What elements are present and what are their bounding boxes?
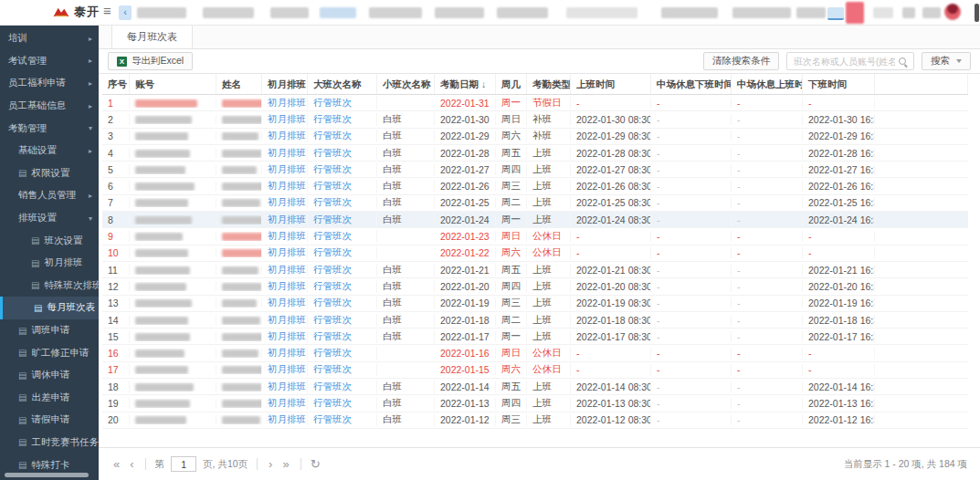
- table-row[interactable]: 2初月排班行管班次白班2022-01-30周日补班2022-01-30 08:3…: [102, 111, 968, 128]
- column-header-周几[interactable]: 周几: [496, 74, 527, 94]
- table-row[interactable]: 12初月排班行管班次白班2022-01-20周四上班2022-01-20 08:…: [102, 278, 968, 295]
- column-header-中场休息上班时间[interactable]: 中场休息上班时间: [732, 74, 803, 94]
- monthly-schedule-link[interactable]: 初月排班: [262, 314, 308, 327]
- monthly-schedule-link[interactable]: 初月排班: [262, 163, 308, 176]
- redacted-top-tab[interactable]: [796, 7, 826, 18]
- redacted-top-tab[interactable]: [661, 7, 718, 18]
- last-page-button[interactable]: »: [280, 458, 290, 470]
- redacted-top-tab[interactable]: [320, 7, 356, 18]
- table-row[interactable]: 10初月排班行管班次2022-01-22周六公休日----: [102, 245, 968, 262]
- redacted-top-tab[interactable]: [497, 7, 548, 18]
- table-row[interactable]: 17初月排班行管班次2022-01-15周六公休日----: [102, 362, 968, 379]
- monthly-schedule-link[interactable]: 初月排班: [262, 347, 308, 360]
- table-row[interactable]: 7初月排班行管班次白班2022-01-25周二上班2022-01-25 08:3…: [102, 195, 968, 212]
- monthly-schedule-link[interactable]: 初月排班: [262, 97, 308, 110]
- shift-name-link[interactable]: 行管班次: [308, 163, 377, 176]
- redacted-top-tab[interactable]: [270, 7, 309, 18]
- monthly-schedule-link[interactable]: 初月排班: [262, 397, 308, 410]
- monthly-schedule-link[interactable]: 初月排班: [262, 297, 308, 309]
- monthly-schedule-link[interactable]: 初月排班: [262, 214, 308, 226]
- shift-name-link[interactable]: 行管班次: [308, 280, 377, 293]
- tab-scroll-left-button[interactable]: ‹: [119, 5, 132, 20]
- sidebar-item-每月班次表[interactable]: ▤每月班次表: [0, 297, 99, 319]
- column-header-考勤日期[interactable]: 考勤日期↓: [435, 74, 496, 94]
- table-row[interactable]: 9初月排班行管班次2022-01-23周日公休日----: [102, 228, 968, 245]
- refresh-icon[interactable]: ↻: [311, 457, 321, 471]
- monthly-schedule-link[interactable]: 初月排班: [262, 147, 308, 160]
- shift-name-link[interactable]: 行管班次: [308, 264, 377, 277]
- shift-name-link[interactable]: 行管班次: [308, 113, 377, 126]
- shift-name-link[interactable]: 行管班次: [308, 330, 377, 343]
- sidebar-item-工时竞赛书任务申请[interactable]: ▤工时竞赛书任务申请: [0, 432, 99, 454]
- table-row[interactable]: 15初月排班行管班次白班2022-01-17周一上班2022-01-17 08:…: [102, 329, 968, 345]
- sidebar-item-考试管理[interactable]: 考试管理▸: [0, 50, 99, 73]
- table-row[interactable]: 6初月排班行管班次白班2022-01-26周三上班2022-01-26 08:3…: [102, 178, 968, 194]
- shift-name-link[interactable]: 行管班次: [308, 347, 377, 360]
- sidebar-item-调班申请[interactable]: ▤调班申请: [0, 319, 99, 342]
- column-header-上班时间[interactable]: 上班时间: [571, 74, 651, 94]
- menu-toggle-icon[interactable]: ≡: [103, 3, 111, 18]
- search-icon[interactable]: [899, 57, 908, 67]
- next-page-button[interactable]: ›: [267, 458, 274, 470]
- export-excel-button[interactable]: 导出到Excel: [108, 52, 193, 70]
- sidebar-item-基础设置[interactable]: 基础设置▸: [0, 140, 99, 162]
- redacted-top-tab[interactable]: [566, 7, 638, 18]
- table-row[interactable]: 1初月排班行管班次2022-01-31周一节假日----: [102, 95, 968, 111]
- tab-monthly-shift-table[interactable]: 每月班次表: [111, 26, 193, 48]
- shift-name-link[interactable]: 行管班次: [308, 230, 377, 243]
- monthly-schedule-link[interactable]: 初月排班: [262, 196, 308, 209]
- sidebar-item-排班设置[interactable]: 排班设置▾: [0, 207, 99, 230]
- monthly-schedule-link[interactable]: 初月排班: [262, 246, 308, 259]
- monthly-schedule-link[interactable]: 初月排班: [262, 113, 308, 126]
- column-header-中场休息下班时间[interactable]: 中场休息下班时间: [651, 74, 732, 94]
- sidebar-item-旷工修正申请[interactable]: ▤旷工修正申请: [0, 341, 99, 364]
- redacted-top-tab[interactable]: [137, 7, 186, 18]
- redacted-top-tab[interactable]: [203, 7, 254, 18]
- table-row[interactable]: 14初月排班行管班次白班2022-01-18周二上班2022-01-18 08:…: [102, 312, 968, 329]
- sidebar-item-初月排班[interactable]: ▤初月排班: [0, 252, 99, 275]
- column-header-下班时间[interactable]: 下班时间: [803, 74, 875, 94]
- shift-name-link[interactable]: 行管班次: [308, 413, 377, 426]
- sidebar-item-销售人员管理[interactable]: 销售人员管理▸: [0, 184, 99, 207]
- monthly-schedule-link[interactable]: 初月排班: [262, 230, 308, 243]
- column-header-小班次名称[interactable]: 小班次名称: [377, 74, 435, 94]
- sidebar-item-调休申请[interactable]: ▤调休申请: [0, 364, 99, 387]
- monthly-schedule-link[interactable]: 初月排班: [262, 363, 308, 376]
- shift-name-link[interactable]: 行管班次: [308, 381, 377, 393]
- shift-name-link[interactable]: 行管班次: [308, 214, 377, 226]
- table-row[interactable]: 11初月排班行管班次白班2022-01-21周五上班2022-01-21 08:…: [102, 262, 968, 278]
- sidebar-item-权限设置[interactable]: ▤权限设置: [0, 162, 99, 185]
- table-row[interactable]: 8初月排班行管班次白班2022-01-24周一上班2022-01-24 08:3…: [102, 212, 968, 228]
- redacted-top-tab[interactable]: [902, 7, 915, 18]
- table-row[interactable]: 19初月排班行管班次白班2022-01-13周四上班2022-01-13 08:…: [102, 395, 968, 412]
- sidebar-item-员工基础信息[interactable]: 员工基础信息▸: [0, 95, 99, 118]
- shift-name-link[interactable]: 行管班次: [308, 246, 377, 259]
- redacted-top-tab[interactable]: [846, 2, 864, 24]
- column-header-账号[interactable]: 账号: [130, 74, 216, 94]
- sidebar-item-请假申请[interactable]: ▤请假申请: [0, 409, 99, 432]
- table-row[interactable]: 13初月排班行管班次白班2022-01-19周三上班2022-01-19 08:…: [102, 296, 968, 312]
- table-row[interactable]: 3初月排班行管班次白班2022-01-29周六补班2022-01-29 08:3…: [102, 129, 968, 145]
- redacted-top-tab[interactable]: [732, 7, 791, 18]
- sidebar-item-培训[interactable]: 培训▸: [0, 27, 99, 50]
- shift-name-link[interactable]: 行管班次: [308, 180, 377, 193]
- table-row[interactable]: 18初月排班行管班次白班2022-01-14周五上班2022-01-14 08:…: [102, 379, 968, 395]
- redacted-top-tab[interactable]: [975, 4, 979, 22]
- sidebar-item-员工福利申请[interactable]: 员工福利申请▸: [0, 72, 99, 95]
- monthly-schedule-link[interactable]: 初月排班: [262, 381, 308, 393]
- monthly-schedule-link[interactable]: 初月排班: [262, 413, 308, 426]
- clear-search-button[interactable]: 清除搜索条件: [703, 52, 779, 70]
- sidebar-item-特殊班次排班[interactable]: ▤特殊班次排班: [0, 275, 99, 297]
- monthly-schedule-link[interactable]: 初月排班: [262, 280, 308, 293]
- redacted-top-tab[interactable]: [873, 7, 893, 18]
- shift-name-link[interactable]: 行管班次: [308, 363, 377, 376]
- column-header-初月排班[interactable]: 初月排班: [262, 74, 308, 94]
- shift-name-link[interactable]: 行管班次: [308, 196, 377, 209]
- search-input[interactable]: [787, 53, 913, 69]
- monthly-schedule-link[interactable]: 初月排班: [262, 130, 308, 142]
- monthly-schedule-link[interactable]: 初月排班: [262, 180, 308, 193]
- user-avatar[interactable]: [944, 4, 961, 20]
- shift-name-link[interactable]: 行管班次: [308, 297, 377, 309]
- sidebar-scrollbar[interactable]: [5, 473, 89, 477]
- first-page-button[interactable]: «: [111, 458, 121, 470]
